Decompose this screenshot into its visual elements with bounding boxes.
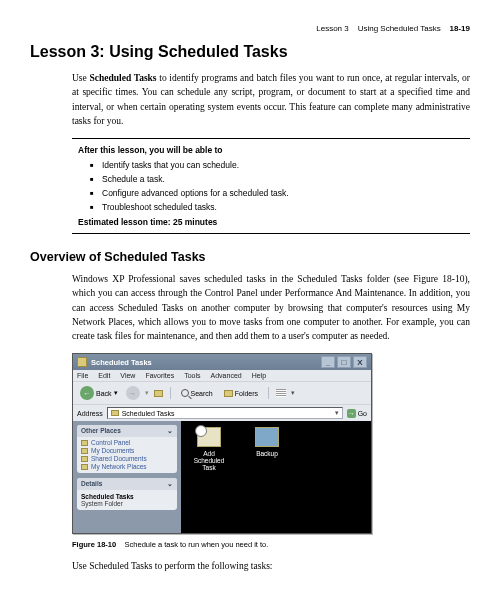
close-button[interactable]: X [353,356,367,368]
header-lesson-label: Lesson 3 [316,24,348,33]
page-header: Lesson 3 Using Scheduled Tasks 18-19 [30,24,470,33]
folder-content-area[interactable]: Add Scheduled Task Backup [181,421,371,533]
intro-prefix: Use [72,73,89,83]
sidebar-link-label: Control Panel [91,439,130,446]
minimize-button[interactable]: _ [321,356,335,368]
objective-item: Schedule a task. [90,174,464,184]
toolbar-separator [170,387,171,399]
menu-advanced[interactable]: Advanced [211,372,242,379]
maximize-button[interactable]: □ [337,356,351,368]
sidebar-link-my-network-places[interactable]: My Network Places [81,463,173,470]
go-arrow-icon: → [347,409,356,418]
address-value: Scheduled Tasks [122,410,175,417]
intro-paragraph: Use Scheduled Tasks to identify programs… [72,71,470,128]
closing-line: Use Scheduled Tasks to perform the follo… [72,559,470,573]
go-label: Go [358,410,367,417]
folders-label: Folders [235,390,258,397]
window-controls: _ □ X [321,356,367,368]
address-bar: Address Scheduled Tasks ▾ → Go [73,404,371,421]
address-label: Address [77,410,103,417]
other-places-panel: Other Places ⌄ Control Panel My Document… [77,425,177,473]
objectives-box: After this lesson, you will be able to I… [72,138,470,234]
figure-screenshot: Scheduled Tasks _ □ X File Edit View Fav… [72,353,470,534]
collapse-icon: ⌄ [167,480,173,488]
details-type: System Folder [81,500,173,507]
chevron-down-icon: ▾ [145,389,149,397]
views-button[interactable] [276,389,286,397]
objective-item: Identify tasks that you can schedule. [90,160,464,170]
folder-icon [224,390,233,397]
details-body: Scheduled Tasks System Folder [77,490,177,510]
menu-file[interactable]: File [77,372,88,379]
details-panel: Details ⌄ Scheduled Tasks System Folder [77,478,177,510]
window-titlebar[interactable]: Scheduled Tasks _ □ X [73,354,371,370]
menu-tools[interactable]: Tools [184,372,200,379]
window-title: Scheduled Tasks [91,358,321,367]
back-arrow-icon: ← [80,386,94,400]
search-icon [181,389,189,397]
menu-view[interactable]: View [120,372,135,379]
details-header[interactable]: Details ⌄ [77,478,177,490]
menu-help[interactable]: Help [252,372,266,379]
up-folder-icon[interactable] [154,390,163,397]
address-folder-icon [111,410,119,416]
menu-favorites[interactable]: Favorites [145,372,174,379]
backup-icon [255,427,279,447]
icon-label: Backup [247,450,287,457]
window-workspace: Other Places ⌄ Control Panel My Document… [73,421,371,533]
intro-bold: Scheduled Tasks [89,73,156,83]
icon-label: Add Scheduled Task [189,450,229,471]
sidebar-link-label: My Network Places [91,463,147,470]
back-button[interactable]: ← Back ▾ [77,385,121,401]
toolbar-separator [268,387,269,399]
details-name: Scheduled Tasks [81,493,173,500]
overview-paragraph: Windows XP Professional saves scheduled … [72,272,470,343]
folders-button[interactable]: Folders [221,389,261,398]
window-icon [77,357,87,367]
forward-button[interactable]: → [126,386,140,400]
go-button[interactable]: → Go [347,409,367,418]
chevron-down-icon: ▾ [114,389,118,397]
folder-icon [81,448,88,454]
back-label: Back [96,390,112,397]
other-places-body: Control Panel My Documents Shared Docume… [77,437,177,473]
backup-task-icon[interactable]: Backup [247,427,287,533]
sidebar-link-shared-documents[interactable]: Shared Documents [81,455,173,462]
objective-item: Troubleshoot scheduled tasks. [90,202,464,212]
chevron-down-icon: ▾ [291,389,295,397]
other-places-header[interactable]: Other Places ⌄ [77,425,177,437]
menu-edit[interactable]: Edit [98,372,110,379]
objectives-heading: After this lesson, you will be able to [78,145,464,155]
sidebar-link-label: My Documents [91,447,134,454]
search-button[interactable]: Search [178,388,216,398]
add-scheduled-task-icon[interactable]: Add Scheduled Task [189,427,229,533]
folder-icon [81,464,88,470]
scheduled-tasks-window: Scheduled Tasks _ □ X File Edit View Fav… [72,353,372,534]
figure-caption-text: Schedule a task to run when you need it … [125,540,269,549]
figure-caption: Figure 18-10 Schedule a task to run when… [72,540,470,549]
objectives-list: Identify tasks that you can schedule. Sc… [78,160,464,212]
menu-bar: File Edit View Favorites Tools Advanced … [73,370,371,381]
sidebar-link-my-documents[interactable]: My Documents [81,447,173,454]
collapse-icon: ⌄ [167,427,173,435]
sidebar-link-label: Shared Documents [91,455,147,462]
header-section-title: Using Scheduled Tasks [358,24,441,33]
figure-label: Figure 18-10 [72,540,116,549]
details-title: Details [81,480,102,488]
task-wizard-icon [197,427,221,447]
sidebar-link-control-panel[interactable]: Control Panel [81,439,173,446]
other-places-title: Other Places [81,427,121,435]
folder-icon [81,456,88,462]
estimated-time: Estimated lesson time: 25 minutes [78,217,464,227]
address-input[interactable]: Scheduled Tasks ▾ [107,407,343,419]
search-label: Search [191,390,213,397]
overview-heading: Overview of Scheduled Tasks [30,250,470,264]
explorer-side-pane: Other Places ⌄ Control Panel My Document… [73,421,181,533]
chevron-down-icon[interactable]: ▾ [335,409,339,417]
page-number: 18-19 [450,24,470,33]
objective-item: Configure advanced options for a schedul… [90,188,464,198]
toolbar: ← Back ▾ → ▾ Search Folders ▾ [73,381,371,404]
lesson-title: Lesson 3: Using Scheduled Tasks [30,43,470,61]
folder-icon [81,440,88,446]
